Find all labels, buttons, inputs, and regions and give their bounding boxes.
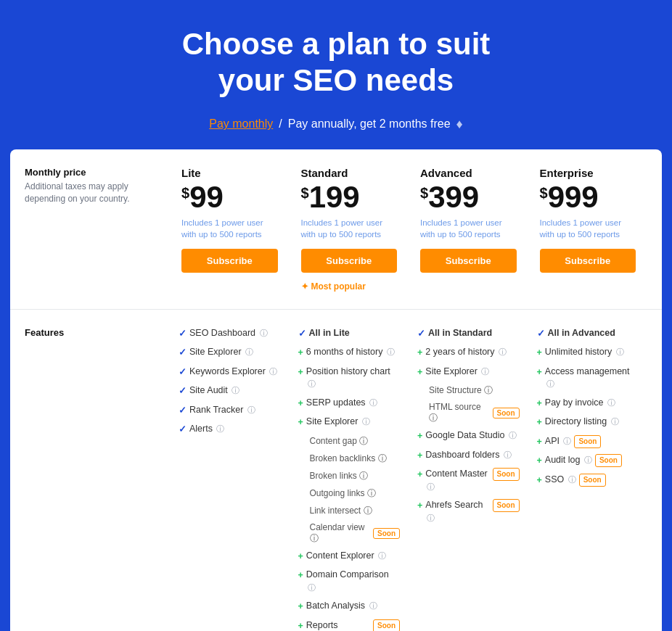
- info-icon: ⓘ: [378, 453, 387, 463]
- list-item: + API ⓘ Soon: [537, 435, 639, 449]
- info-icon: ⓘ: [563, 437, 571, 445]
- list-item: + Domain Comparison ⓘ: [298, 569, 401, 594]
- list-item: + Site Explorer ⓘ: [298, 416, 401, 429]
- enterprise-subscribe-button[interactable]: Subscribe: [540, 249, 636, 273]
- pricing-card: Monthly price Additional taxes may apply…: [10, 149, 662, 631]
- list-item: + Position history chart ⓘ: [298, 366, 401, 391]
- soon-badge: Soon: [579, 474, 606, 487]
- info-icon: ⓘ: [260, 329, 268, 337]
- list-item: ✓ Keywords Explorer ⓘ: [179, 366, 281, 379]
- list-item: ✓ All in Lite: [298, 327, 401, 341]
- pricing-header: Monthly price Additional taxes may apply…: [10, 149, 662, 310]
- soon-badge: Soon: [595, 454, 622, 467]
- info-icon: ⓘ: [584, 455, 592, 464]
- list-item: + Site Explorer ⓘ: [417, 366, 520, 379]
- lite-plan-price: $ 99: [181, 182, 278, 213]
- info-icon: ⓘ: [484, 385, 493, 395]
- features-label: Features: [25, 327, 170, 338]
- list-item: + Unlimited history ⓘ: [537, 346, 639, 360]
- advanced-plan-price: $ 399: [420, 182, 517, 213]
- list-item: Link intersect ⓘ: [310, 505, 401, 517]
- list-item: ✓ Site Audit ⓘ: [179, 384, 281, 398]
- soon-badge: Soon: [373, 619, 400, 631]
- standard-plan-col: Standard $ 199 Includes 1 power user wit…: [290, 167, 409, 292]
- standard-features-col: ✓ All in Lite + 6 months of history ⓘ + …: [290, 327, 409, 631]
- list-item: + Batch Analysis ⓘ: [298, 600, 401, 614]
- list-item: + Dashboard folders ⓘ: [417, 449, 520, 463]
- page-header: Choose a plan to suit your SEO needs Pay…: [0, 0, 672, 149]
- info-icon: ⓘ: [481, 367, 489, 376]
- info-icon: ⓘ: [568, 475, 576, 484]
- info-icon: ⓘ: [509, 431, 517, 440]
- list-item: ✓ All in Standard: [417, 327, 520, 341]
- page-title: Choose a plan to suit your SEO needs: [15, 26, 657, 99]
- info-icon: ⓘ: [308, 379, 316, 388]
- list-item: + Content Explorer ⓘ: [298, 550, 401, 564]
- info-icon: ⓘ: [616, 347, 624, 356]
- enterprise-plan-includes: Includes 1 power user with up to 500 rep…: [540, 217, 636, 240]
- list-item: + SERP updates ⓘ: [298, 397, 401, 411]
- list-item: ✓ Rank Tracker ⓘ: [179, 404, 281, 418]
- info-icon: ⓘ: [364, 506, 372, 516]
- advanced-subscribe-button[interactable]: Subscribe: [420, 249, 517, 273]
- list-item: + Content Master ⓘ Soon: [417, 468, 520, 493]
- info-icon: ⓘ: [231, 386, 239, 395]
- soon-badge: Soon: [493, 468, 520, 481]
- info-icon: ⓘ: [369, 601, 377, 610]
- info-icon: ⓘ: [546, 379, 554, 388]
- list-item: Broken backlinks ⓘ: [310, 453, 401, 465]
- info-icon: ⓘ: [504, 450, 512, 459]
- list-item: + SSO ⓘ Soon: [537, 474, 639, 487]
- enterprise-plan-price: $ 999: [540, 182, 636, 213]
- diamond-icon: ♦: [456, 117, 463, 132]
- info-icon: ⓘ: [362, 417, 370, 426]
- info-icon: ⓘ: [429, 413, 438, 423]
- info-icon: ⓘ: [359, 471, 368, 481]
- standard-plan-includes: Includes 1 power user with up to 500 rep…: [301, 217, 398, 240]
- list-item: + Google Data Studio ⓘ: [417, 429, 520, 443]
- advanced-plan-col: Advanced $ 399 Includes 1 power user wit…: [409, 167, 528, 292]
- billing-toggle: Pay monthly / Pay annually, get 2 months…: [15, 117, 657, 132]
- list-item: ✓ Alerts ⓘ: [179, 423, 281, 437]
- monthly-price-col: Monthly price Additional taxes may apply…: [25, 167, 170, 292]
- lite-plan-col: Lite $ 99 Includes 1 power user with up …: [170, 167, 290, 292]
- soon-badge: Soon: [493, 408, 520, 418]
- pay-monthly-link[interactable]: Pay monthly: [209, 117, 273, 131]
- lite-subscribe-button[interactable]: Subscribe: [181, 249, 278, 273]
- list-item: + 6 months of history ⓘ: [298, 346, 401, 360]
- enterprise-plan-name: Enterprise: [540, 167, 636, 179]
- standard-subscribe-button[interactable]: Subscribe: [301, 249, 398, 273]
- most-popular-badge: ✦ Most popular: [301, 281, 398, 292]
- lite-plan-includes: Includes 1 power user with up to 500 rep…: [181, 217, 278, 240]
- info-icon: ⓘ: [216, 424, 224, 433]
- list-item: Outgoing links ⓘ: [310, 487, 401, 500]
- list-item: Broken links ⓘ: [310, 470, 401, 482]
- enterprise-features-col: ✓ All in Advanced + Unlimited history ⓘ …: [528, 327, 648, 631]
- list-item: ✓ SEO Dashboard ⓘ: [179, 327, 281, 341]
- advanced-plan-includes: Includes 1 power user with up to 500 rep…: [420, 217, 517, 240]
- standard-plan-name: Standard: [301, 167, 398, 179]
- info-icon: ⓘ: [607, 398, 615, 407]
- info-icon: ⓘ: [245, 347, 253, 356]
- info-icon: ⓘ: [269, 367, 277, 376]
- info-icon: ⓘ: [367, 488, 376, 498]
- monthly-price-label: Monthly price: [25, 167, 170, 178]
- list-item: + Ahrefs Search ⓘ Soon: [417, 499, 520, 524]
- list-item: + Pay by invoice ⓘ: [537, 397, 639, 411]
- advanced-features-col: ✓ All in Standard + 2 years of history ⓘ…: [409, 327, 528, 631]
- info-icon: ⓘ: [387, 347, 395, 356]
- monthly-price-sub: Additional taxes may apply depending on …: [25, 181, 170, 205]
- info-icon: ⓘ: [427, 482, 435, 491]
- list-item: + Audit log ⓘ Soon: [537, 454, 639, 468]
- info-icon: ⓘ: [499, 347, 507, 356]
- info-icon: ⓘ: [369, 398, 377, 407]
- advanced-plan-name: Advanced: [420, 167, 517, 179]
- list-item: + 2 years of history ⓘ: [417, 346, 520, 360]
- soon-badge: Soon: [574, 435, 601, 448]
- list-item: Calendar view ⓘ Soon: [310, 522, 401, 545]
- list-item: + Access management ⓘ: [537, 366, 639, 391]
- info-icon: ⓘ: [378, 551, 386, 560]
- info-icon: ⓘ: [310, 533, 319, 543]
- list-item: ✓ All in Advanced: [537, 327, 639, 341]
- standard-plan-price: $ 199: [301, 182, 398, 213]
